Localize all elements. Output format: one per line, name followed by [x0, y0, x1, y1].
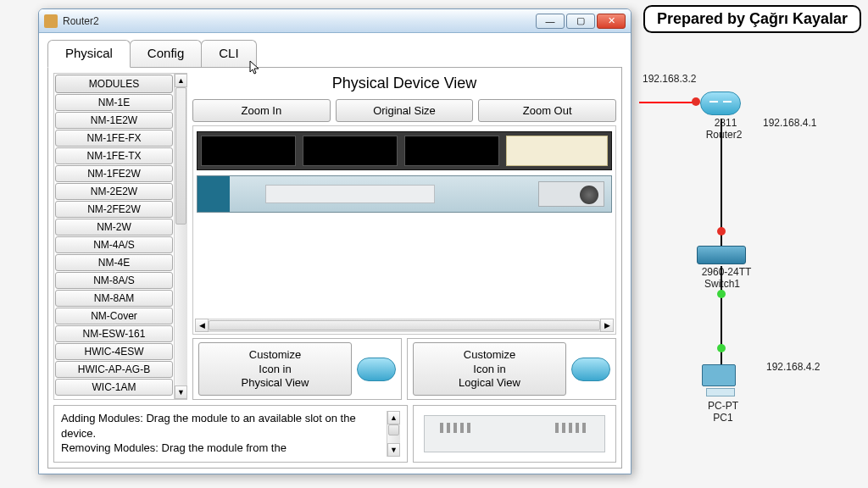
module-image[interactable]	[424, 415, 605, 452]
module-item[interactable]: NM-4E	[55, 254, 173, 271]
module-item[interactable]: NM-2W	[55, 219, 173, 236]
scroll-left-arrow[interactable]: ◀	[195, 319, 209, 332]
customize-physical-box: Customize Icon in Physical View	[192, 338, 402, 400]
help-text-box: Adding Modules: Drag the module to an av…	[53, 405, 408, 463]
power-supply[interactable]	[538, 181, 604, 207]
scroll-thumb[interactable]	[388, 424, 399, 435]
tab-content-physical: MODULESNM-1ENM-1E2WNM-1FE-FXNM-1FE-TXNM-…	[47, 67, 622, 469]
tab-config[interactable]: Config	[130, 40, 202, 67]
maximize-button[interactable]: ▢	[566, 14, 595, 29]
tab-label: Physical	[65, 46, 113, 60]
close-button[interactable]: ✕	[597, 14, 626, 29]
window-title: Router2	[63, 15, 534, 27]
chassis-front[interactable]	[197, 175, 612, 213]
module-slot[interactable]	[201, 136, 296, 166]
modules-scrollbar[interactable]: ▲ ▼	[174, 74, 187, 399]
module-item[interactable]: NM-1FE-TX	[55, 147, 173, 164]
module-item[interactable]: NM-2FE2W	[55, 201, 173, 218]
author-badge: Prepared by Çağrı Kayalar	[643, 5, 861, 33]
tab-label: Config	[147, 46, 184, 60]
router-node[interactable]	[700, 92, 741, 115]
help-line: Removing Modules: Drag the module from t…	[61, 441, 387, 456]
link-switch-pc	[721, 266, 722, 368]
link-status-dot	[692, 97, 700, 106]
module-item[interactable]: NM-4A/S	[55, 236, 173, 253]
scroll-right-arrow[interactable]: ▶	[600, 319, 614, 332]
tab-label: CLI	[219, 46, 238, 60]
scroll-thumb[interactable]	[175, 87, 186, 225]
switch-node[interactable]	[697, 246, 746, 264]
chassis-rear[interactable]	[197, 131, 612, 170]
help-line: Adding Modules: Drag the module to an av…	[61, 411, 387, 441]
tab-physical[interactable]: Physical	[47, 40, 131, 68]
device-hscrollbar[interactable]: ◀ ▶	[195, 319, 614, 332]
module-item[interactable]: NM-1E2W	[55, 112, 173, 129]
module-slot[interactable]	[404, 136, 499, 166]
module-item[interactable]: HWIC-AP-AG-B	[55, 361, 173, 378]
modules-header: MODULES	[55, 75, 173, 93]
scroll-track[interactable]	[387, 424, 400, 443]
link-status-dot	[717, 290, 726, 298]
topology-area: 192.168.3.2 192.168.4.1 2811 Router2 296…	[648, 68, 851, 466]
ip-label-1: 192.168.3.2	[643, 73, 696, 85]
zoom-in-button[interactable]: Zoom In	[192, 99, 331, 122]
customize-physical-button[interactable]: Customize Icon in Physical View	[198, 342, 352, 396]
link-router-left	[639, 102, 698, 103]
router-icon	[571, 358, 610, 381]
module-item[interactable]: NM-8AM	[55, 290, 173, 307]
ip-label-3: 192.168.4.2	[766, 361, 820, 373]
scroll-track[interactable]	[209, 319, 600, 332]
module-item[interactable]: NM-8A/S	[55, 272, 173, 289]
minimize-button[interactable]: —	[536, 14, 565, 29]
link-status-dot	[717, 227, 726, 236]
zoom-out-button[interactable]: Zoom Out	[478, 99, 616, 122]
scroll-thumb[interactable]	[209, 320, 600, 330]
workspace-canvas: 192.168.3.2 192.168.4.1 2811 Router2 296…	[0, 0, 868, 488]
scroll-down-arrow[interactable]: ▼	[387, 443, 400, 457]
router-name-label: Router2	[698, 129, 749, 141]
module-item[interactable]: NM-1E	[55, 94, 173, 111]
module-item[interactable]: HWIC-4ESW	[55, 343, 173, 360]
module-item[interactable]: NM-1FE-FX	[55, 130, 173, 147]
titlebar[interactable]: Router2 — ▢ ✕	[39, 9, 631, 33]
module-preview	[413, 405, 616, 463]
modules-panel: MODULESNM-1ENM-1E2WNM-1FE-FXNM-1FE-TXNM-…	[53, 73, 187, 400]
physical-view-title: Physical Device View	[192, 73, 616, 96]
customize-logical-button[interactable]: Customize Icon in Logical View	[413, 342, 566, 396]
module-slot[interactable]	[303, 136, 398, 166]
pc-model-label: PC-PT	[704, 400, 743, 412]
device-chassis-view[interactable]: ◀ ▶	[192, 125, 616, 335]
original-size-button[interactable]: Original Size	[336, 99, 474, 122]
device-window: Router2 — ▢ ✕ Physical Config CLI	[38, 8, 632, 474]
tab-cli[interactable]: CLI	[201, 40, 256, 67]
module-item[interactable]: NM-Cover	[55, 308, 173, 324]
physical-panel: Physical Device View Zoom In Original Si…	[192, 73, 616, 400]
link-status-dot	[717, 344, 726, 352]
window-icon	[44, 14, 58, 28]
scroll-up-arrow[interactable]: ▲	[175, 74, 187, 87]
modules-list[interactable]: MODULESNM-1ENM-1E2WNM-1FE-FXNM-1FE-TXNM-…	[54, 74, 174, 399]
customize-logical-box: Customize Icon in Logical View	[407, 338, 616, 400]
pc-name-label: PC1	[710, 412, 736, 424]
module-item[interactable]: NM-ESW-161	[55, 325, 173, 342]
switch-name-label: Switch1	[697, 278, 748, 290]
io-panel[interactable]	[506, 136, 608, 166]
pc-node[interactable]	[702, 364, 739, 398]
router-model-label: 2811	[705, 117, 746, 129]
module-item[interactable]: WIC-1AM	[55, 379, 173, 396]
module-item[interactable]: NM-1FE2W	[55, 165, 173, 182]
scroll-down-arrow[interactable]: ▼	[175, 385, 187, 399]
tab-bar: Physical Config CLI	[39, 33, 631, 67]
help-scrollbar[interactable]: ▲ ▼	[387, 411, 400, 457]
router-icon	[357, 358, 396, 381]
module-item[interactable]: NM-2E2W	[55, 183, 173, 200]
port-block[interactable]	[265, 185, 435, 203]
scroll-track[interactable]	[175, 87, 187, 385]
ip-label-2: 192.168.4.1	[763, 117, 816, 129]
switch-model-label: 2960-24TT	[688, 266, 765, 278]
scroll-up-arrow[interactable]: ▲	[387, 411, 400, 424]
